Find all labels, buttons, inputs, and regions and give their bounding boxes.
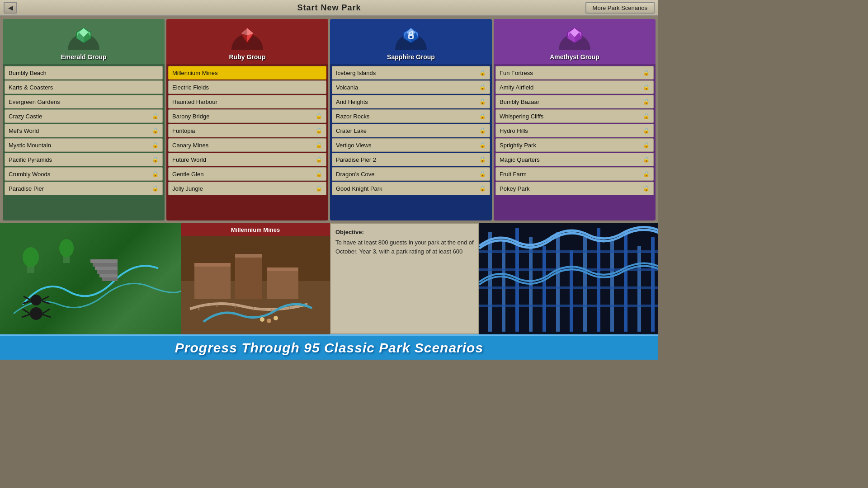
- lock-icon: 🔒: [643, 127, 650, 134]
- top-bar: ◀ Start New Park More Park Scenarios: [0, 0, 658, 16]
- svg-rect-43: [235, 254, 262, 258]
- lock-icon: 🔒: [316, 142, 322, 148]
- svg-rect-62: [570, 250, 573, 332]
- scenario-item[interactable]: Future World🔒: [168, 153, 326, 166]
- scenario-item[interactable]: Amity Airfield🔒: [495, 80, 654, 94]
- lock-icon: 🔒: [152, 171, 159, 177]
- svg-line-26: [42, 314, 51, 317]
- emerald-group-name: Emerald Group: [61, 53, 106, 61]
- svg-point-21: [59, 239, 74, 257]
- preview-center-image: [181, 236, 330, 334]
- lock-icon: 🔒: [643, 99, 650, 105]
- svg-rect-42: [235, 254, 262, 299]
- scenario-item[interactable]: Magic Quarters🔒: [495, 153, 654, 166]
- svg-rect-32: [90, 259, 118, 263]
- scenario-item[interactable]: Haunted Harbour: [168, 95, 326, 108]
- lock-icon: 🔒: [479, 84, 486, 90]
- preview-center-title: Millennium Mines: [181, 223, 330, 236]
- svg-point-54: [274, 316, 278, 320]
- lock-icon: 🔒: [316, 156, 322, 163]
- scenario-item[interactable]: Razor Rocks🔒: [332, 109, 490, 123]
- scenario-item[interactable]: Crazy Castle🔒: [5, 109, 163, 123]
- scenario-item[interactable]: Sprightly Park🔒: [495, 138, 654, 152]
- lock-icon: 🔒: [316, 171, 322, 177]
- emerald-group: Emerald Group Bumbly BeachKarts & Coaste…: [3, 19, 165, 221]
- svg-point-52: [260, 317, 264, 322]
- scenario-item[interactable]: Crater Lake🔒: [332, 124, 490, 137]
- scenario-item[interactable]: Karts & Coasters: [5, 80, 163, 94]
- lock-icon: 🔒: [479, 185, 486, 192]
- svg-rect-56: [488, 232, 492, 332]
- svg-rect-72: [479, 305, 658, 307]
- svg-point-53: [267, 319, 271, 323]
- scenario-item[interactable]: Crumbly Woods🔒: [5, 167, 163, 181]
- svg-rect-71: [479, 286, 658, 289]
- scenario-item[interactable]: Paradise Pier 2🔒: [332, 153, 490, 166]
- svg-rect-35: [97, 270, 118, 274]
- back-button[interactable]: ◀: [4, 2, 17, 14]
- scenario-item[interactable]: Electric Fields: [168, 80, 326, 94]
- preview-left: [0, 223, 181, 334]
- scenario-item[interactable]: Whispering Cliffs🔒: [495, 109, 654, 123]
- scenario-item[interactable]: Pacific Pyramids🔒: [5, 153, 163, 166]
- ruby-group: Ruby Group Millennium MinesElectric Fiel…: [166, 19, 328, 221]
- svg-point-27: [31, 295, 42, 305]
- scenario-item[interactable]: Hydro Hills🔒: [495, 124, 654, 137]
- svg-rect-44: [267, 267, 298, 299]
- svg-point-19: [23, 247, 39, 267]
- amethyst-header: Amethyst Group: [494, 19, 656, 64]
- lock-icon: 🔒: [643, 84, 650, 90]
- emerald-header: Emerald Group: [3, 19, 165, 64]
- scenario-item[interactable]: Vertigo Views🔒: [332, 138, 490, 152]
- amethyst-icon-arch: [557, 23, 593, 50]
- scenario-area: Emerald Group Bumbly BeachKarts & Coaste…: [0, 16, 658, 223]
- lock-icon: 🔒: [152, 127, 159, 134]
- ruby-gem-icon: [238, 26, 256, 44]
- scenario-item[interactable]: Dragon's Cove🔒: [332, 167, 490, 181]
- left-preview-art: [0, 223, 181, 334]
- sapphire-group-name: Sapphire Group: [387, 53, 435, 61]
- scenario-item[interactable]: Barony Bridge🔒: [168, 109, 326, 123]
- lock-icon: 🔒: [479, 99, 486, 105]
- scenario-item[interactable]: Arid Heights🔒: [332, 95, 490, 108]
- center-preview-svg: [181, 236, 330, 334]
- lock-icon: 🔒: [643, 185, 650, 192]
- scenario-item[interactable]: Canary Mines🔒: [168, 138, 326, 152]
- emerald-scenario-list: Bumbly BeachKarts & CoastersEvergreen Ga…: [3, 64, 165, 221]
- page-title: Start New Park: [297, 3, 361, 13]
- scenario-item[interactable]: Good Knight Park🔒: [332, 182, 490, 195]
- scenario-item[interactable]: Gentle Glen🔒: [168, 167, 326, 181]
- sapphire-gem-icon: [402, 26, 420, 44]
- scenario-item[interactable]: Funtopia🔒: [168, 124, 326, 137]
- scenario-item[interactable]: Pokey Park🔒: [495, 182, 654, 195]
- scenario-item[interactable]: Mel's World🔒: [5, 124, 163, 137]
- svg-rect-34: [95, 267, 118, 270]
- svg-rect-33: [93, 263, 118, 267]
- more-scenarios-button[interactable]: More Park Scenarios: [585, 2, 655, 14]
- scenario-item[interactable]: Iceberg Islands🔒: [332, 66, 490, 80]
- lock-icon: 🔒: [152, 142, 159, 148]
- lock-icon: 🔒: [316, 113, 322, 119]
- scenario-item[interactable]: Bumbly Beach: [5, 66, 163, 80]
- scenario-item[interactable]: Fruit Farm🔒: [495, 167, 654, 181]
- scenario-item[interactable]: Jolly Jungle🔒: [168, 182, 326, 195]
- scenario-item[interactable]: Fun Fortress🔒: [495, 66, 654, 80]
- lock-icon: 🔒: [316, 127, 322, 134]
- scenario-item[interactable]: Millennium Mines: [168, 66, 326, 80]
- scenario-item[interactable]: Paradise Pier🔒: [5, 182, 163, 195]
- ruby-icon-arch: [229, 23, 265, 50]
- lock-icon: 🔒: [479, 142, 486, 148]
- svg-rect-40: [194, 263, 231, 299]
- scenario-item[interactable]: Mystic Mountain🔒: [5, 138, 163, 152]
- lock-icon: 🔒: [316, 185, 322, 192]
- svg-rect-66: [624, 232, 627, 332]
- svg-line-23: [23, 309, 30, 314]
- scenario-item[interactable]: Bumbly Bazaar🔒: [495, 95, 654, 108]
- lock-icon: 🔒: [479, 127, 486, 134]
- scenario-item[interactable]: Evergreen Gardens: [5, 95, 163, 108]
- ruby-scenario-list: Millennium MinesElectric FieldsHaunted H…: [166, 64, 328, 221]
- svg-rect-61: [556, 232, 560, 332]
- amethyst-scenario-list: Fun Fortress🔒Amity Airfield🔒Bumbly Bazaa…: [494, 64, 656, 221]
- objective-label: Objective:: [335, 229, 474, 235]
- scenario-item[interactable]: Volcania🔒: [332, 80, 490, 94]
